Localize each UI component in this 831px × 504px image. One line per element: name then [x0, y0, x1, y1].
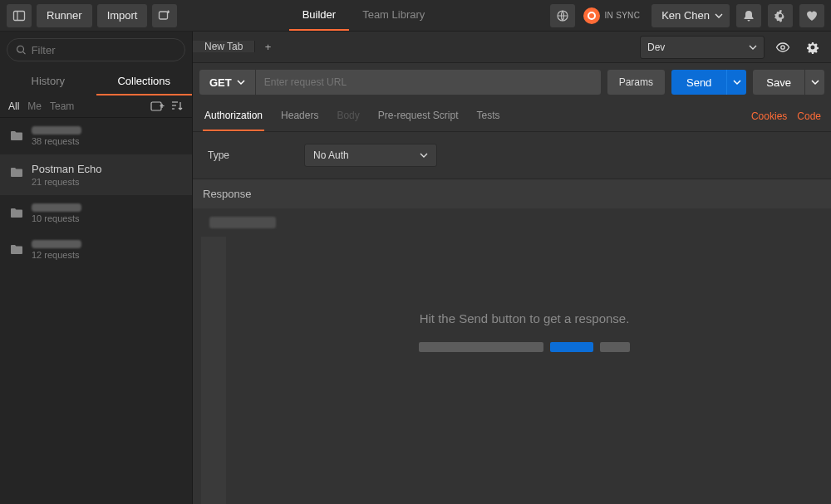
code-link[interactable]: Code [797, 110, 821, 122]
tab-team-library[interactable]: Team Library [349, 0, 438, 31]
environment-selected: Dev [647, 42, 665, 53]
req-tab-headers[interactable]: Headers [279, 101, 320, 131]
collection-meta: 38 requests [32, 136, 81, 146]
sidebar-tab-collections[interactable]: Collections [96, 68, 193, 95]
redacted-name [32, 203, 81, 212]
user-menu-button[interactable]: Ken Chen [652, 4, 730, 27]
gear-icon [805, 40, 820, 55]
redacted-name [32, 240, 81, 248]
req-tab-body[interactable]: Body [335, 101, 361, 131]
new-tab-button[interactable]: + [255, 41, 280, 53]
filter-all[interactable]: All [8, 100, 19, 112]
sync-status[interactable]: IN SYNC [582, 7, 646, 24]
chevron-down-icon [811, 78, 819, 86]
search-icon [16, 44, 27, 56]
svg-line-7 [23, 51, 26, 54]
req-tab-tests[interactable]: Tests [475, 101, 501, 131]
sidebar: History Collections All Me Team [0, 32, 193, 504]
sort-icon[interactable] [170, 100, 184, 112]
collection-item[interactable]: Postman Echo 21 requests [0, 154, 192, 195]
response-placeholder-graphic [419, 342, 630, 352]
req-tab-authorization[interactable]: Authorization [203, 101, 264, 131]
new-window-button[interactable] [152, 4, 177, 27]
http-method-select[interactable]: GET [199, 70, 255, 95]
collection-name: Postman Echo [32, 163, 102, 175]
cookies-link[interactable]: Cookies [751, 110, 787, 122]
workspace: New Tab + Dev [193, 32, 831, 504]
response-placeholder-block [209, 217, 276, 228]
folder-icon [10, 166, 23, 178]
sync-icon [583, 7, 600, 24]
filter-team[interactable]: Team [50, 100, 74, 112]
public-icon-button[interactable] [550, 4, 575, 27]
sync-label: IN SYNC [605, 11, 641, 20]
collection-item[interactable]: 10 requests [0, 195, 192, 232]
http-method-label: GET [209, 76, 232, 89]
request-tab[interactable]: New Tab [193, 41, 255, 52]
save-dropdown-button[interactable] [804, 70, 824, 95]
env-quick-look-button[interactable] [771, 36, 794, 59]
svg-rect-0 [14, 11, 25, 20]
heart-button[interactable] [799, 4, 824, 27]
collection-meta: 21 requests [32, 177, 102, 187]
redacted-name [32, 126, 81, 135]
auth-type-select[interactable]: No Auth [304, 144, 437, 167]
topbar: Runner Import Builder Team Library IN SY… [0, 0, 831, 32]
chevron-down-icon [237, 78, 245, 86]
auth-type-label: Type [208, 149, 229, 161]
collection-item[interactable]: 38 requests [0, 118, 192, 154]
svg-point-6 [17, 46, 24, 52]
params-button[interactable]: Params [607, 70, 665, 95]
svg-rect-8 [151, 102, 161, 110]
collection-meta: 10 requests [32, 213, 81, 223]
folder-icon [10, 207, 23, 218]
request-tab-label: New Tab [204, 41, 243, 52]
filter-me[interactable]: Me [27, 100, 42, 112]
sidebar-tab-history[interactable]: History [0, 68, 96, 95]
filter-field[interactable] [7, 38, 185, 61]
sidebar-scope-filters: All Me Team [8, 100, 74, 112]
send-dropdown-button[interactable] [726, 70, 746, 95]
env-manage-button[interactable] [801, 36, 824, 59]
eye-icon [775, 40, 790, 55]
sidebar-toggle-button[interactable] [7, 4, 32, 27]
chevron-down-icon [749, 43, 757, 51]
import-button[interactable]: Import [97, 4, 148, 27]
request-url-input[interactable] [255, 70, 601, 95]
tab-builder[interactable]: Builder [289, 0, 349, 31]
folder-icon [10, 243, 23, 255]
notifications-button[interactable] [736, 4, 761, 27]
save-button[interactable]: Save [753, 70, 804, 95]
response-header: Response [193, 179, 831, 208]
chevron-down-icon [420, 151, 428, 159]
send-button[interactable]: Send [671, 70, 726, 95]
chevron-down-icon [733, 78, 741, 86]
settings-button[interactable] [768, 4, 793, 27]
folder-icon [10, 130, 23, 141]
runner-button[interactable]: Runner [37, 4, 92, 27]
collection-list: 38 requests Postman Echo 21 requests 10 … [0, 118, 192, 504]
filter-input[interactable] [32, 44, 176, 56]
response-gutter [201, 237, 226, 504]
environment-select[interactable]: Dev [640, 36, 765, 59]
chevron-down-icon [715, 12, 723, 20]
collection-item[interactable]: 12 requests [0, 232, 192, 268]
collection-meta: 12 requests [32, 250, 81, 260]
svg-rect-2 [160, 12, 168, 19]
req-tab-prerequest[interactable]: Pre-request Script [376, 101, 460, 131]
svg-point-14 [781, 45, 784, 48]
user-name: Ken Chen [661, 9, 710, 22]
response-empty-hint: Hit the Send button to get a response. [420, 311, 630, 325]
auth-type-selected: No Auth [313, 149, 349, 161]
new-collection-icon[interactable] [150, 100, 165, 112]
